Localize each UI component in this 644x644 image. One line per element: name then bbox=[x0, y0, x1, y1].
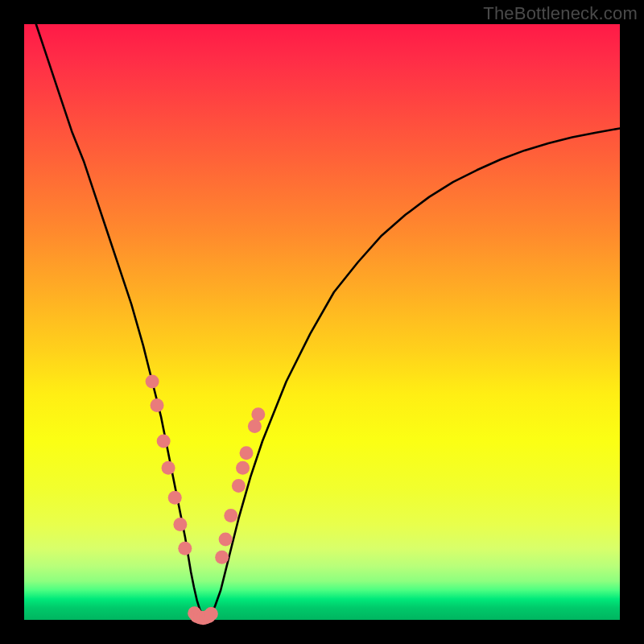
plot-area bbox=[24, 24, 620, 620]
curve-marker bbox=[168, 491, 182, 505]
curve-marker bbox=[240, 446, 254, 460]
curve-marker bbox=[232, 479, 246, 493]
marker-group bbox=[146, 375, 266, 625]
curve-marker bbox=[248, 419, 262, 433]
curve-marker bbox=[146, 375, 159, 389]
curve-marker bbox=[215, 551, 229, 564]
curve-marker bbox=[178, 542, 192, 555]
curve-marker bbox=[204, 607, 218, 621]
curve-marker bbox=[151, 398, 164, 412]
curve-marker bbox=[251, 407, 265, 421]
chart-svg bbox=[24, 24, 620, 620]
watermark-text: TheBottleneck.com bbox=[483, 3, 638, 24]
curve-marker bbox=[162, 461, 175, 475]
outer-frame: TheBottleneck.com bbox=[0, 0, 644, 644]
curve-marker bbox=[157, 435, 171, 448]
curve-marker bbox=[219, 533, 233, 547]
bottleneck-curve bbox=[36, 24, 620, 617]
curve-marker bbox=[224, 509, 237, 522]
curve-marker bbox=[236, 461, 250, 475]
curve-marker bbox=[173, 518, 187, 531]
